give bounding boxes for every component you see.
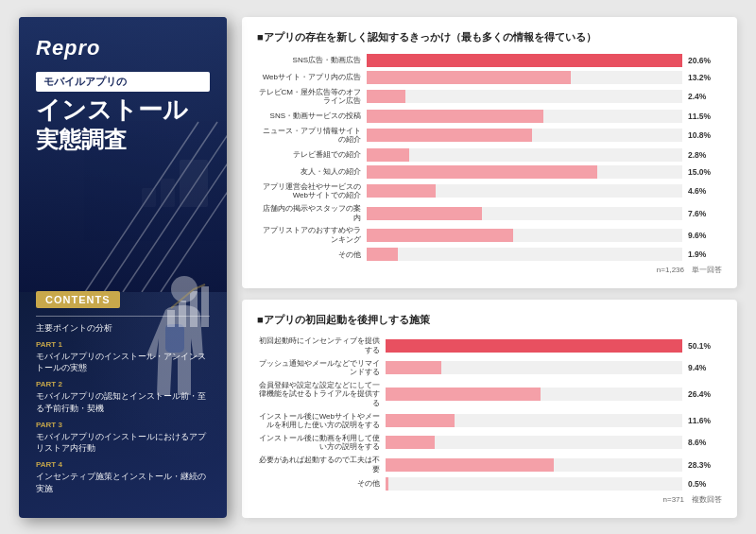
chart1-bar-fill-10 (367, 248, 398, 261)
chart2-bar-fill-3 (386, 414, 455, 427)
chart1-bar-value-1: 13.2% (688, 73, 722, 82)
chart2-bar-track-3 (386, 414, 682, 427)
chart1-bar-fill-2 (367, 90, 405, 103)
chart1-bar-fill-0 (367, 54, 682, 67)
chart1-bar-value-3: 11.5% (688, 112, 722, 121)
chart2-bar-fill-0 (386, 339, 682, 353)
chart1-bar-value-2: 2.4% (688, 92, 722, 101)
chart1-bar-label-7: アプリ運営会社やサービスのWebサイトでの紹介 (257, 182, 361, 200)
chart1-bar-row-1: Webサイト・アプリ内の広告 13.2% (257, 71, 722, 84)
chart1-bar-label-5: テレビ番組での紹介 (257, 150, 361, 160)
chart1-bar-label-9: アプリストアのおすすめやランキング (257, 226, 361, 244)
chart1-bar-fill-4 (367, 129, 532, 142)
contents-badge: CONTENTS (36, 291, 120, 308)
chart1-bar-fill-6 (367, 165, 597, 179)
chart2-bar-fill-2 (386, 388, 541, 401)
chart1-bar-track-0 (367, 54, 682, 67)
chart1-bar-label-8: 店舗内の掲示やスタッフの案内 (257, 204, 361, 222)
subtitle-box: モバイルアプリの (36, 72, 210, 92)
logo-text: Repro (36, 36, 101, 60)
chart2-bar-label-2: 会員登録や設定な設定などにして一律機能を試せるトライアルを提供する (257, 381, 380, 408)
chart1-bar-label-0: SNS広告・動画広告 (257, 56, 361, 65)
svg-rect-5 (180, 160, 208, 207)
chart1-bar-fill-7 (367, 184, 436, 198)
chart1-bar-row-3: SNS・動画サービスの投稿 11.5% (257, 110, 722, 123)
chart1-bar-track-9 (367, 229, 682, 242)
chart1-bar-value-8: 7.6% (688, 209, 722, 218)
chart-2-title: ■アプリの初回起動を後押しする施策 (257, 313, 722, 327)
chart2-bar-label-3: インストール後にWebサイトやメールを利用した使い方の説明をする (257, 412, 380, 430)
chart-1-title: ■アプリの存在を新しく認知するきっかけ（最も多くの情報を得ている） (257, 30, 722, 44)
chart2-bar-value-5: 28.3% (688, 460, 722, 470)
contents-item-1: PART 1モバイルアプリのインストール・アンインストールの実態 (36, 338, 210, 375)
chart2-bar-row-5: 必要があれば起動するので工夫は不要 28.3% (257, 456, 722, 474)
chart1-bar-row-10: その他 1.9% (257, 248, 722, 261)
chart2-bar-track-5 (386, 458, 682, 472)
chart2-bar-value-4: 8.6% (688, 438, 722, 447)
chart2-bar-value-2: 26.4% (688, 389, 722, 399)
chart2-bar-label-4: インストール後に動画を利用して使い方の説明をする (257, 434, 380, 452)
chart2-bar-fill-4 (386, 436, 435, 449)
chart1-bar-label-6: 友人・知人の紹介 (257, 167, 361, 177)
chart1-bar-track-3 (367, 110, 682, 123)
chart1-bar-row-4: ニュース・アプリ情報サイトの紹介 10.8% (257, 127, 722, 145)
chart2-bar-track-2 (386, 388, 682, 401)
chart2-bar-label-6: その他 (257, 479, 380, 489)
chart1-bar-row-7: アプリ運営会社やサービスのWebサイトでの紹介 4.6% (257, 182, 722, 200)
chart2-bar-value-1: 9.4% (688, 363, 722, 372)
chart1-bar-fill-5 (367, 148, 409, 162)
chart2-bar-value-3: 11.6% (688, 416, 722, 425)
svg-rect-6 (161, 179, 175, 207)
chart1-bar-track-10 (367, 248, 682, 261)
chart1-bar-value-7: 4.6% (688, 186, 722, 196)
logo-area: Repro (36, 36, 210, 60)
book-cover: Repro モバイルアプリの インストール 実態調査 CONTENTS 主要ポイ… (19, 17, 227, 518)
chart2-bar-row-6: その他 0.5% (257, 477, 722, 491)
chart1-bar-track-6 (367, 165, 682, 179)
contents-item-0: 主要ポイントの分析 (36, 322, 210, 335)
chart1-bar-fill-9 (367, 229, 513, 242)
chart1-bar-label-10: その他 (257, 250, 361, 260)
chart1-bar-value-4: 10.8% (688, 130, 722, 140)
chart2-bar-track-4 (386, 436, 682, 449)
chart2-bar-value-0: 50.1% (688, 341, 722, 351)
chart2-bar-track-6 (386, 477, 682, 491)
chart1-bar-label-4: ニュース・アプリ情報サイトの紹介 (257, 127, 361, 145)
chart1-bar-value-0: 20.6% (688, 56, 722, 65)
chart1-bar-track-2 (367, 90, 682, 103)
chart1-bar-row-0: SNS広告・動画広告 20.6% (257, 54, 722, 67)
chart2-bar-track-0 (386, 339, 682, 353)
chart2-bar-fill-5 (386, 458, 554, 472)
chart1-bar-track-7 (367, 184, 682, 198)
main-title-1: インストール (36, 95, 210, 125)
contents-item-4: PART 4インセンティブ施策とインストール・継続の実施 (36, 458, 210, 495)
chart2-bar-row-1: プッシュ通知やメールなどでリマインドする 9.4% (257, 359, 722, 377)
chart-1-note: n=1,236 単一回答 (257, 265, 722, 275)
contents-section: CONTENTS 主要ポイントの分析PART 1モバイルアプリのインストール・ア… (36, 290, 210, 499)
chart1-bar-track-8 (367, 207, 682, 220)
contents-divider (36, 316, 210, 317)
chart-2: ■アプリの初回起動を後押しする施策 初回起動時にインセンティブを提供する 50.… (242, 300, 737, 518)
chart2-bar-row-0: 初回起動時にインセンティブを提供する 50.1% (257, 336, 722, 354)
chart2-bar-value-6: 0.5% (688, 479, 722, 489)
chart1-bar-fill-8 (367, 207, 482, 220)
chart1-bar-fill-3 (367, 110, 543, 123)
svg-rect-7 (142, 188, 156, 207)
chart1-bar-value-6: 15.0% (688, 167, 722, 177)
chart1-bar-row-2: テレビCM・屋外広告等のオフライン広告 2.4% (257, 88, 722, 106)
chart2-bar-label-1: プッシュ通知やメールなどでリマインドする (257, 359, 380, 377)
chart-2-note: n=371 複数回答 (257, 494, 722, 505)
chart2-bar-row-2: 会員登録や設定な設定などにして一律機能を試せるトライアルを提供する 26.4% (257, 381, 722, 408)
chart2-bar-fill-6 (386, 477, 388, 491)
charts-panel: ■アプリの存在を新しく認知するきっかけ（最も多くの情報を得ている） SNS広告・… (242, 17, 737, 518)
chart2-bar-row-4: インストール後に動画を利用して使い方の説明をする 8.6% (257, 434, 722, 452)
chart1-bar-label-2: テレビCM・屋外広告等のオフライン広告 (257, 88, 361, 106)
chart1-bar-label-1: Webサイト・アプリ内の広告 (257, 73, 361, 82)
chart1-bar-row-6: 友人・知人の紹介 15.0% (257, 165, 722, 179)
chart1-bar-row-5: テレビ番組での紹介 2.8% (257, 148, 722, 162)
chart1-bar-track-4 (367, 129, 682, 142)
chart1-bar-value-10: 1.9% (688, 250, 722, 259)
page-container: Repro モバイルアプリの インストール 実態調査 CONTENTS 主要ポイ… (19, 17, 737, 518)
chart1-bar-track-1 (367, 71, 682, 84)
chart2-bar-row-3: インストール後にWebサイトやメールを利用した使い方の説明をする 11.6% (257, 412, 722, 430)
